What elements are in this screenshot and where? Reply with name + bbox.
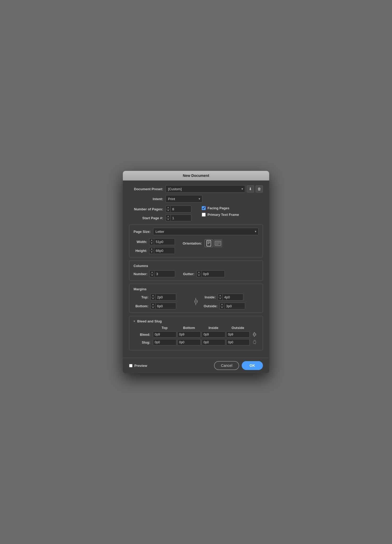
margin-outside-input[interactable] xyxy=(224,303,245,309)
bleed-slug-collapse-arrow[interactable]: ▾ xyxy=(134,320,135,323)
gutter-input[interactable] xyxy=(201,270,225,277)
col-header-top: Top xyxy=(153,326,176,330)
start-page-arrows[interactable]: ▲ ▼ xyxy=(166,215,170,221)
columns-row: Number: ▲ ▼ Gutter: ▲ xyxy=(134,270,258,277)
columns-number-down[interactable]: ▼ xyxy=(150,274,154,277)
footer-buttons: Cancel OK xyxy=(214,361,263,370)
height-row: Height: ▲ ▼ xyxy=(134,247,175,254)
slug-bottom-input[interactable] xyxy=(177,339,201,345)
document-preset-select-wrapper: [Custom] xyxy=(166,185,245,193)
margin-inside-arrows[interactable]: ▲ ▼ xyxy=(218,294,222,300)
margin-inside-input[interactable] xyxy=(222,294,243,300)
margin-inside-label: Inside: xyxy=(201,295,218,299)
margin-top-spinner: ▲ ▼ xyxy=(151,294,176,300)
bleed-slug-col-headers: Top Bottom Inside Outside xyxy=(134,326,258,330)
orientation-group: Orientation: xyxy=(183,238,222,247)
width-input[interactable] xyxy=(154,238,175,245)
ok-button[interactable]: OK xyxy=(242,361,263,370)
dialog-title: New Document xyxy=(183,173,209,178)
dialog-footer: Preview Cancel OK xyxy=(123,358,269,373)
margin-top-down[interactable]: ▼ xyxy=(151,297,155,300)
document-preset-select[interactable]: [Custom] xyxy=(166,185,245,193)
preview-label[interactable]: Preview xyxy=(134,364,147,368)
margin-inside-up[interactable]: ▲ xyxy=(218,294,222,297)
checkboxes-col: Facing Pages Primary Text Frame xyxy=(202,206,239,217)
margin-bottom-arrows[interactable]: ▲ ▼ xyxy=(151,303,155,309)
bleed-outside-input[interactable] xyxy=(226,331,250,338)
portrait-orientation-button[interactable] xyxy=(205,239,213,247)
start-page-row: Start Page #: ▲ ▼ xyxy=(129,215,191,221)
margin-bottom-spinner: ▲ ▼ xyxy=(151,303,176,309)
dialog-titlebar: New Document xyxy=(123,171,269,181)
margin-inside-down[interactable]: ▼ xyxy=(218,297,222,300)
preview-checkbox[interactable] xyxy=(129,364,132,367)
slug-inside-input[interactable] xyxy=(202,339,225,345)
height-down-arrow[interactable]: ▼ xyxy=(149,251,154,254)
page-size-select[interactable]: Letter Legal Tabloid A4 A3 Custom xyxy=(153,228,258,235)
margins-chain-icon[interactable] xyxy=(194,297,198,306)
margin-top-input[interactable] xyxy=(155,294,176,300)
height-up-arrow[interactable]: ▲ xyxy=(149,247,154,251)
height-input[interactable] xyxy=(154,247,175,254)
columns-number-input[interactable] xyxy=(154,270,175,277)
intent-select[interactable]: Print Web Mobile xyxy=(166,195,202,202)
primary-text-frame-label[interactable]: Primary Text Frame xyxy=(207,213,239,217)
bleed-row: Bleed: xyxy=(134,331,258,338)
delete-preset-button[interactable]: 🗑 xyxy=(256,185,263,193)
bleed-inside-input[interactable] xyxy=(202,331,225,338)
width-arrows[interactable]: ▲ ▼ xyxy=(149,238,154,245)
landscape-icon xyxy=(215,241,221,246)
bleed-top-input[interactable] xyxy=(153,331,176,338)
start-page-label: Start Page #: xyxy=(129,216,166,220)
gutter-arrows[interactable]: ▲ ▼ xyxy=(197,270,201,277)
margin-outside-down[interactable]: ▼ xyxy=(220,306,224,309)
start-page-down-arrow[interactable]: ▼ xyxy=(166,218,170,221)
svg-rect-7 xyxy=(216,244,218,245)
bleed-slug-title: Bleed and Slug xyxy=(137,319,162,323)
gutter-up[interactable]: ▲ xyxy=(197,271,201,274)
margin-top-up[interactable]: ▲ xyxy=(151,294,155,297)
page-size-label: Page Size: xyxy=(134,230,151,234)
bleed-chain-icon[interactable] xyxy=(251,332,258,337)
intent-label: Intent: xyxy=(129,197,166,201)
slug-top-input[interactable] xyxy=(153,339,176,345)
start-page-up-arrow[interactable]: ▲ xyxy=(166,215,170,218)
margin-bottom-up[interactable]: ▲ xyxy=(151,303,155,306)
cancel-button[interactable]: Cancel xyxy=(214,361,239,370)
start-page-input[interactable] xyxy=(170,215,191,221)
orientation-label: Orientation: xyxy=(183,241,202,245)
columns-number-arrows[interactable]: ▲ ▼ xyxy=(149,270,154,277)
save-preset-button[interactable]: ⬇ xyxy=(247,185,254,193)
start-page-spinner: ▲ ▼ xyxy=(166,215,191,221)
columns-number-up[interactable]: ▲ xyxy=(150,271,154,274)
landscape-orientation-button[interactable] xyxy=(214,239,222,247)
width-up-arrow[interactable]: ▲ xyxy=(149,239,154,242)
height-arrows[interactable]: ▲ ▼ xyxy=(149,247,154,254)
num-pages-up-arrow[interactable]: ▲ xyxy=(166,206,170,209)
margin-bottom-row: Bottom: ▲ ▼ xyxy=(134,303,191,309)
margin-outside-arrows[interactable]: ▲ ▼ xyxy=(220,303,224,309)
margin-bottom-input[interactable] xyxy=(155,303,176,309)
slug-outside-input[interactable] xyxy=(226,339,250,345)
facing-pages-checkbox[interactable] xyxy=(202,206,206,210)
primary-text-frame-checkbox[interactable] xyxy=(202,213,206,217)
bleed-slug-table: Top Bottom Inside Outside Bleed: xyxy=(134,326,258,345)
gutter-down[interactable]: ▼ xyxy=(197,274,201,277)
num-pages-input[interactable] xyxy=(170,206,191,212)
width-down-arrow[interactable]: ▼ xyxy=(149,242,154,245)
num-pages-arrows[interactable]: ▲ ▼ xyxy=(166,206,170,212)
gutter-row: Gutter: ▲ ▼ xyxy=(183,270,224,277)
margin-bottom-down[interactable]: ▼ xyxy=(151,306,155,309)
margin-outside-up[interactable]: ▲ xyxy=(220,303,224,306)
page-size-row: Page Size: Letter Legal Tabloid A4 A3 Cu… xyxy=(134,228,258,235)
svg-rect-1 xyxy=(207,241,210,242)
bleed-bottom-input[interactable] xyxy=(177,331,201,338)
svg-rect-0 xyxy=(207,240,211,246)
num-pages-down-arrow[interactable]: ▼ xyxy=(166,209,170,212)
dimensions-orientation-row: Width: ▲ ▼ Height: xyxy=(134,238,258,254)
preview-checkbox-group: Preview xyxy=(129,364,147,368)
facing-pages-label[interactable]: Facing Pages xyxy=(207,206,229,210)
margin-outside-spinner: ▲ ▼ xyxy=(220,303,245,309)
margin-top-arrows[interactable]: ▲ ▼ xyxy=(151,294,155,300)
slug-chain-icon[interactable] xyxy=(251,340,258,345)
